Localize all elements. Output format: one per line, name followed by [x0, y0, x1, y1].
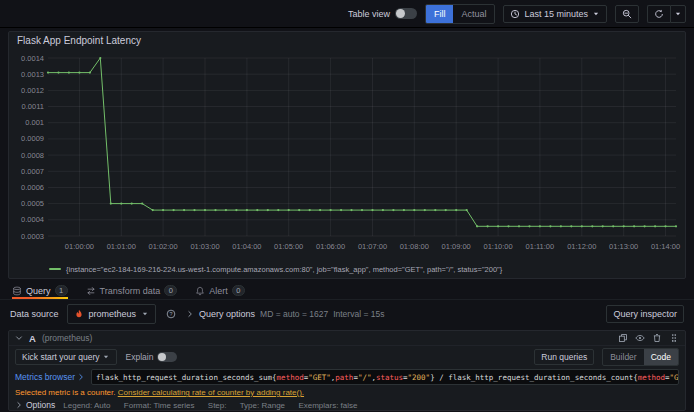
tab-query[interactable]: Query 1: [12, 282, 68, 299]
query-row-header: A (prometheus): [9, 331, 685, 346]
options-summary: Legend: Auto Format: Time series Step: T…: [63, 401, 357, 410]
topbar: Table view Fill Actual Last 15 minutes: [0, 0, 694, 28]
svg-text:0.0005: 0.0005: [21, 199, 44, 208]
run-queries-button[interactable]: Run queries: [534, 349, 594, 365]
clock-icon: [510, 9, 520, 19]
svg-text:0.0009: 0.0009: [21, 134, 44, 143]
query-row-actions: [618, 333, 679, 343]
svg-text:01:09:00: 01:09:00: [442, 242, 471, 251]
explain-toggle[interactable]: [157, 352, 177, 362]
alert-count-badge: 0: [232, 285, 245, 296]
panel-area: Flask App Endpoint Latency 0.00140.00130…: [0, 28, 694, 282]
query-ref-id[interactable]: A: [29, 333, 36, 344]
refresh-button[interactable]: [647, 5, 670, 23]
question-circle-icon: [166, 309, 176, 319]
tab-alert[interactable]: Alert 0: [195, 282, 245, 299]
caret-down-icon: [102, 353, 110, 361]
chevron-right-icon: [186, 310, 194, 318]
svg-text:01:08:00: 01:08:00: [400, 242, 429, 251]
table-view-group: Table view: [348, 8, 417, 19]
svg-text:0.0007: 0.0007: [21, 167, 44, 176]
kick-start-query-button[interactable]: Kick start your query: [15, 349, 117, 365]
metrics-browser-button[interactable]: Metrics browser: [15, 372, 85, 382]
query-editor-card: A (prometheus) Kick start your query Exp…: [8, 330, 686, 411]
query-count-badge: 1: [55, 285, 68, 296]
svg-text:01:06:00: 01:06:00: [316, 242, 345, 251]
tab-transform-label: Transform data: [100, 286, 161, 296]
hide-response-eye-icon[interactable]: [635, 333, 645, 343]
chevron-right-icon: [15, 401, 23, 409]
svg-text:01:03:00: 01:03:00: [190, 242, 219, 251]
explain-label: Explain: [125, 352, 153, 362]
query-options-toggle[interactable]: Query options MD = auto = 1627 Interval …: [186, 309, 384, 319]
builder-code-toggle: Builder Code: [602, 348, 679, 366]
interval-summary: Interval = 15s: [333, 309, 384, 319]
datasource-help-button[interactable]: [164, 309, 178, 319]
tab-alert-label: Alert: [209, 286, 228, 296]
svg-text:0.0011: 0.0011: [22, 102, 44, 111]
svg-text:0.0008: 0.0008: [21, 151, 44, 160]
latency-panel: Flask App Endpoint Latency 0.00140.00130…: [8, 31, 686, 279]
query-inspector-button[interactable]: Query inspector: [606, 305, 684, 323]
chevron-down-icon[interactable]: [15, 334, 23, 342]
svg-text:01:14:00: 01:14:00: [651, 242, 680, 251]
svg-text:0.0012: 0.0012: [21, 86, 44, 95]
query-toolbar-row: Kick start your query Explain Run querie…: [9, 346, 685, 367]
svg-text:01:12:00: 01:12:00: [567, 242, 596, 251]
refresh-icon: [654, 9, 664, 19]
chart-legend: {instance="ec2-184-169-216-224.us-west-1…: [9, 262, 685, 276]
panel-title[interactable]: Flask App Endpoint Latency: [9, 32, 685, 50]
latency-chart[interactable]: 0.00140.00130.00120.00110.0010.00090.000…: [12, 50, 682, 262]
remove-query-trash-icon[interactable]: [652, 333, 662, 343]
code-button[interactable]: Code: [644, 349, 678, 365]
query-hint-row: Selected metric is a counter. Consider c…: [9, 387, 685, 397]
query-code-row: Metrics browser flask_http_request_durat…: [9, 367, 685, 387]
bell-icon: [195, 286, 205, 296]
editor-tabs: Query 1 Transform data 0 Alert 0: [0, 282, 694, 300]
zoom-out-button[interactable]: [615, 5, 639, 23]
table-view-label: Table view: [348, 9, 390, 19]
toggle-knob: [158, 353, 166, 361]
transform-icon: [86, 286, 96, 296]
duplicate-query-icon[interactable]: [618, 333, 628, 343]
drag-handle-icon[interactable]: [669, 333, 679, 343]
actual-button[interactable]: Actual: [453, 5, 494, 23]
panel-size-radio-group: Fill Actual: [425, 4, 496, 24]
toggle-knob: [396, 9, 405, 18]
add-rate-hint-link[interactable]: Consider calculating rate of counter by …: [118, 388, 304, 397]
query-options-row: Options Legend: Auto Format: Time series…: [9, 397, 685, 410]
svg-text:01:00:00: 01:00:00: [65, 242, 94, 251]
tab-transform-data[interactable]: Transform data 0: [86, 282, 178, 299]
max-datapoints-summary: MD = auto = 1627: [260, 309, 328, 319]
svg-text:0.001: 0.001: [25, 118, 44, 127]
kick-start-label: Kick start your query: [22, 352, 99, 362]
svg-text:01:04:00: 01:04:00: [232, 242, 261, 251]
fill-button[interactable]: Fill: [426, 5, 454, 23]
builder-button[interactable]: Builder: [603, 349, 643, 365]
transform-count-badge: 0: [164, 285, 177, 296]
counter-hint-text: Selected metric is a counter.: [15, 388, 116, 397]
table-view-toggle[interactable]: [395, 8, 417, 19]
legend-series-label[interactable]: {instance="ec2-184-169-216-224.us-west-1…: [66, 265, 502, 274]
options-label: Options: [26, 400, 55, 410]
refresh-interval-button[interactable]: [670, 5, 686, 23]
svg-text:0.0003: 0.0003: [21, 232, 44, 241]
explain-group: Explain: [125, 352, 177, 362]
time-range-label: Last 15 minutes: [524, 9, 588, 19]
svg-text:01:05:00: 01:05:00: [274, 242, 303, 251]
chevron-right-icon: [77, 373, 85, 381]
datasource-select[interactable]: prometheus: [67, 304, 157, 324]
database-icon: [12, 286, 22, 296]
refresh-group: [647, 5, 686, 23]
caret-down-icon: [674, 10, 682, 18]
query-options-label: Query options: [199, 309, 255, 319]
query-code-input[interactable]: flask_http_request_duration_seconds_sum{…: [91, 369, 679, 385]
svg-text:01:10:00: 01:10:00: [483, 242, 512, 251]
prometheus-icon: [74, 309, 84, 319]
svg-text:0.0013: 0.0013: [21, 70, 44, 79]
options-toggle[interactable]: Options: [15, 400, 55, 410]
legend-series-swatch: [49, 268, 61, 270]
datasource-row: Data source prometheus Query options MD …: [0, 300, 694, 328]
time-range-button[interactable]: Last 15 minutes: [503, 5, 607, 23]
search-minus-icon: [622, 9, 632, 19]
